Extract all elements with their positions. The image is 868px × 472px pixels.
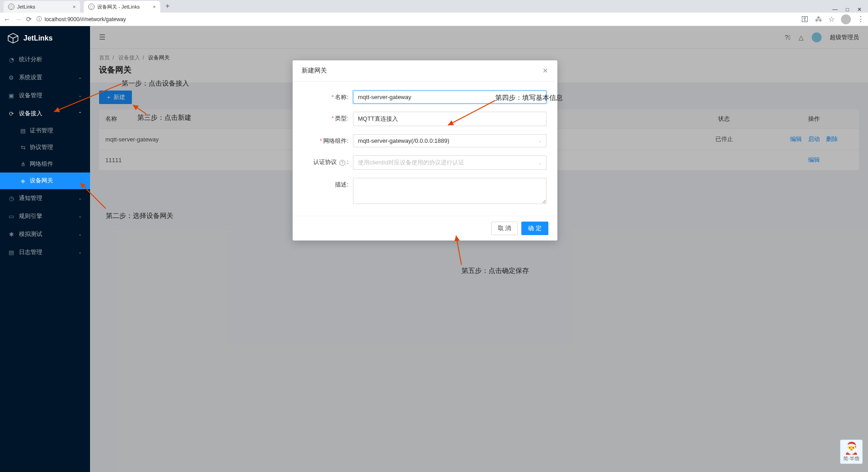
star-icon[interactable]: ☆ [828, 15, 835, 23]
auth-select[interactable]: 使用clientId对应设备使用的协议进行认证⌄ [353, 155, 547, 170]
browser-tabstrip: ◌ JetLinks × ◌ 设备网关 - JetLinks × ＋ ― □ ✕ [0, 0, 868, 13]
chevron-down-icon: ⌄ [78, 232, 82, 236]
label-name: 名称: [335, 94, 348, 100]
chevron-down-icon: ⌄ [78, 93, 82, 98]
cancel-button[interactable]: 取 消 [491, 222, 518, 235]
sidebar-sub-cert[interactable]: ▤证书管理 [0, 123, 90, 139]
minimize-icon[interactable]: ― [832, 6, 838, 13]
back-icon[interactable]: ← [4, 15, 10, 23]
globe-icon: ◌ [88, 4, 95, 10]
clock-icon: ◷ [8, 195, 14, 202]
brand-label: JetLinks [23, 34, 53, 42]
chevron-down-icon: ⌄ [78, 250, 82, 254]
share-icon: ⇆ [20, 144, 26, 151]
new-tab-button[interactable]: ＋ [160, 0, 175, 13]
forward-icon[interactable]: → [15, 15, 22, 23]
tab-title: 设备网关 - JetLinks [97, 4, 140, 10]
sidebar-item-device[interactable]: ▣设备管理⌄ [0, 86, 90, 104]
key-icon[interactable]: ⚿ [801, 15, 809, 23]
chevron-down-icon: ⌄ [538, 160, 542, 165]
sidebar-sub-protocol[interactable]: ⇆协议管理 [0, 139, 90, 156]
gear-icon: ⚙ [8, 74, 14, 81]
label-network: 网络组件: [323, 137, 348, 144]
close-window-icon[interactable]: ✕ [857, 6, 862, 13]
desc-textarea[interactable] [353, 178, 547, 204]
name-input[interactable] [353, 91, 547, 104]
tab-title: JetLinks [17, 4, 35, 9]
label-desc: 描述: [335, 181, 348, 188]
sidebar-item-sim[interactable]: ✱模拟测试⌄ [0, 225, 90, 243]
close-icon[interactable]: × [73, 4, 76, 9]
modal-title: 新建网关 [302, 67, 327, 75]
sidebar: JetLinks ◔统计分析 ⚙系统设置⌄ ▣设备管理⌄ ⟳设备接入⌃ ▤证书管… [0, 26, 90, 472]
mascot-badge[interactable]: 简·半馏 [840, 440, 863, 464]
main: ☰ ?⃝ △ 超级管理员 首页/ 设备接入/ 设备网关 设备网关 ＋ 新建 [90, 26, 868, 472]
label-auth: 认证协议 [313, 159, 337, 165]
close-icon[interactable]: ✕ [542, 67, 548, 75]
sidebar-item-system[interactable]: ⚙系统设置⌄ [0, 68, 90, 86]
node-icon: ⋔ [20, 161, 26, 168]
url-text: localhost:9000/#/network/gateway [45, 16, 126, 23]
sidebar-sub-gateway[interactable]: ◈设备网关 [0, 172, 90, 189]
sidebar-item-stats[interactable]: ◔统计分析 [0, 50, 90, 68]
brand[interactable]: JetLinks [0, 26, 90, 50]
chevron-down-icon: ⌄ [78, 196, 82, 200]
browser-toolbar: ← → ⟳ ⓘ localhost:9000/#/network/gateway… [0, 13, 868, 26]
profile-avatar[interactable] [841, 14, 851, 24]
label-type: 类型: [335, 115, 348, 122]
ok-button[interactable]: 确 定 [521, 222, 548, 235]
chevron-down-icon: ⌄ [78, 75, 82, 80]
bug-icon: ✱ [8, 231, 14, 238]
sidebar-item-notify[interactable]: ◷通知管理⌄ [0, 189, 90, 207]
gateway-icon: ◈ [20, 177, 26, 184]
menu-icon[interactable]: ⋮ [857, 15, 864, 23]
browser-tab[interactable]: ◌ 设备网关 - JetLinks × [84, 1, 160, 13]
chevron-down-icon: ⌄ [538, 138, 542, 143]
translate-icon[interactable]: ⁂ [815, 15, 822, 23]
globe-icon: ◌ [8, 4, 14, 10]
sidebar-sub-network[interactable]: ⋔网络组件 [0, 156, 90, 172]
reload-icon[interactable]: ⟳ [26, 15, 32, 23]
chevron-up-icon: ⌃ [78, 111, 82, 116]
sync-icon: ⟳ [8, 110, 14, 117]
log-icon: ▤ [8, 249, 14, 256]
sidebar-item-rule[interactable]: ▭规则引擎⌄ [0, 207, 90, 225]
device-icon: ▣ [8, 92, 14, 99]
rule-icon: ▭ [8, 213, 14, 220]
address-bar[interactable]: ⓘ localhost:9000/#/network/gateway [36, 15, 797, 23]
maximize-icon[interactable]: □ [846, 6, 849, 13]
sidebar-item-log[interactable]: ▤日志管理⌄ [0, 243, 90, 261]
help-icon[interactable]: ? [339, 160, 345, 166]
create-gateway-modal: 新建网关 ✕ *名称: *类型: MQTT直连接入 *网络组件: mqtt-se… [293, 60, 557, 241]
type-select[interactable]: MQTT直连接入 [353, 112, 547, 126]
browser-tab[interactable]: ◌ JetLinks × [4, 1, 80, 13]
info-icon: ⓘ [36, 15, 42, 23]
network-select[interactable]: mqtt-server-gateway(/0.0.0.0:1889)⌄ [353, 134, 547, 147]
sidebar-item-access[interactable]: ⟳设备接入⌃ [0, 104, 90, 123]
chevron-down-icon: ⌄ [78, 214, 82, 218]
dashboard-icon: ◔ [8, 56, 14, 63]
close-icon[interactable]: × [153, 4, 156, 9]
cube-icon [7, 32, 19, 44]
file-icon: ▤ [20, 127, 26, 134]
